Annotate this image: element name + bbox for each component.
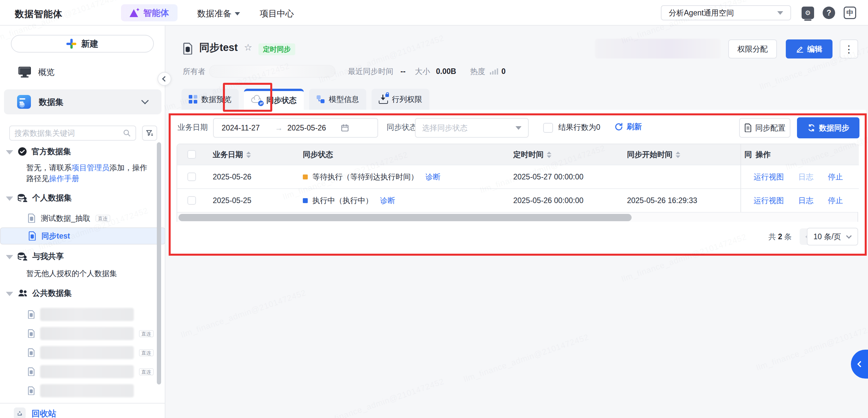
calendar-icon xyxy=(341,124,349,132)
stop-link[interactable]: 停止 xyxy=(828,195,843,206)
data-sync-button[interactable]: 数据同步 xyxy=(797,117,860,138)
sidebar-item-overview[interactable]: 概览 xyxy=(0,64,165,79)
dataset-doc-icon xyxy=(28,329,35,338)
stop-link[interactable]: 停止 xyxy=(828,172,843,182)
tree-group-public[interactable]: 公共数据集 xyxy=(0,287,165,299)
search-input[interactable] xyxy=(14,129,120,138)
sort-icon[interactable] xyxy=(246,152,251,158)
total-count: 共2条 xyxy=(768,232,792,242)
tree-item-sync-test[interactable]: 同步test xyxy=(0,227,165,245)
workspace-select[interactable]: 分析Agent通用空间 xyxy=(661,5,791,20)
expander-icon[interactable] xyxy=(6,255,13,259)
permission-button[interactable]: 权限分配 xyxy=(728,39,777,59)
sidebar-collapse-button[interactable] xyxy=(157,72,171,86)
search-icon xyxy=(123,129,131,137)
dataset-doc-icon xyxy=(28,310,35,319)
dataset-search[interactable] xyxy=(9,126,136,141)
row-checkbox[interactable] xyxy=(187,172,196,181)
tab-row-col-permission[interactable]: 行列权限 xyxy=(372,89,429,110)
chevron-down-icon xyxy=(142,97,149,104)
select-all-checkbox[interactable] xyxy=(187,150,196,159)
more-menu-button[interactable]: ⋮ xyxy=(840,39,858,59)
sidebar-item-recycle-bin[interactable]: 回收站 xyxy=(14,408,56,418)
tree-group-personal[interactable]: 个人数据集 xyxy=(0,192,165,204)
sidebar-item-dataset[interactable]: 数据集 xyxy=(4,89,161,115)
nav-item-project-center[interactable]: 项目中心 xyxy=(260,8,294,20)
dataset-doc-icon xyxy=(28,348,35,357)
new-button[interactable]: 新建 xyxy=(11,35,154,53)
status-text: 执行中（执行中） xyxy=(312,195,373,206)
tab-bar: 数据预览 ⇄ 同步状态 模型信息 行列权限 xyxy=(182,89,429,110)
link-project-admin[interactable]: 项目管理员 xyxy=(72,163,110,172)
zero-rows-checkbox[interactable] xyxy=(543,123,553,133)
chevron-left-icon xyxy=(162,76,168,82)
app-logo: 数据智能体 xyxy=(15,8,62,20)
sort-icon[interactable] xyxy=(547,152,551,158)
status-text: 等待执行（等待到达执行时间） xyxy=(312,172,418,182)
row-actions: 运行视图 日志 停止 xyxy=(741,165,859,188)
redacted-label xyxy=(40,327,134,340)
col-sync-status: 同步状态 xyxy=(295,150,502,160)
tree-item-blurred[interactable]: 直连 xyxy=(0,363,165,380)
console-icon[interactable]: ⚙ xyxy=(802,7,814,19)
log-link[interactable]: 日志 xyxy=(798,195,813,206)
signal-bars-icon xyxy=(490,68,498,74)
sync-config-button[interactable]: 同步配置 xyxy=(739,118,790,138)
scrollbar-thumb[interactable] xyxy=(179,214,631,221)
dataset-filter-button[interactable] xyxy=(142,126,157,141)
row-checkbox[interactable] xyxy=(187,196,196,205)
sidebar-scrollbar[interactable] xyxy=(157,142,161,384)
date-to-input[interactable] xyxy=(287,124,336,132)
sort-icon[interactable] xyxy=(676,152,680,158)
language-icon[interactable]: 中 xyxy=(844,7,856,19)
sync-status-select[interactable]: 选择同步状态 xyxy=(415,118,529,138)
horizontal-scrollbar[interactable] xyxy=(177,212,858,222)
nav-item-data-prep[interactable]: 数据准备 xyxy=(197,8,240,20)
expander-icon[interactable] xyxy=(6,150,13,155)
redacted-label xyxy=(40,365,134,378)
monitor-icon xyxy=(19,67,31,77)
diagnose-link[interactable]: 诊断 xyxy=(380,195,395,206)
log-link[interactable]: 日志 xyxy=(798,172,813,182)
last-sync-meta: 最近同步时间 -- xyxy=(348,65,405,77)
plus-icon xyxy=(66,39,76,49)
link-manual[interactable]: 操作手册 xyxy=(49,174,79,183)
refresh-link[interactable]: 刷新 xyxy=(614,122,642,132)
tree-item-blurred[interactable]: 直连 xyxy=(0,325,165,342)
expander-icon[interactable] xyxy=(6,196,13,201)
nav-item-agent[interactable]: ✦ 智能体 xyxy=(121,4,178,21)
right-drawer-handle[interactable] xyxy=(851,350,868,379)
database-person-icon xyxy=(18,252,28,261)
chevron-left-icon xyxy=(857,361,864,367)
redacted-label xyxy=(40,346,134,359)
date-range-picker[interactable]: → xyxy=(213,118,378,138)
verified-icon xyxy=(18,147,27,156)
tree-item-blurred[interactable] xyxy=(0,306,165,323)
col-biz-date[interactable]: 业务日期 xyxy=(206,150,295,160)
people-icon xyxy=(18,289,28,298)
arrow-right-icon: → xyxy=(275,123,283,132)
page-size-select[interactable]: 10 条/页 xyxy=(807,228,858,246)
col-schedule-time[interactable]: 定时时间 xyxy=(502,150,624,160)
favorite-star-icon[interactable]: ☆ xyxy=(244,42,252,53)
help-icon[interactable]: ? xyxy=(823,7,835,19)
edit-button[interactable]: 编辑 xyxy=(786,39,833,59)
tree-item-test-dataset[interactable]: 测试数据_抽取 直连 xyxy=(0,210,165,227)
status-square-icon xyxy=(303,198,308,203)
run-view-link[interactable]: 运行视图 xyxy=(753,195,784,206)
dataset-doc-icon xyxy=(28,386,35,395)
run-view-link[interactable]: 运行视图 xyxy=(753,172,784,182)
watermark: llm_finance_admin@2101472452 xyxy=(462,332,590,384)
tree-item-blurred[interactable]: 直连 xyxy=(0,344,165,361)
col-sync-start-time[interactable]: 同步开始时间 xyxy=(624,150,745,160)
diagnose-link[interactable]: 诊断 xyxy=(426,172,441,182)
chevron-down-icon xyxy=(516,126,522,130)
tree-group-official[interactable]: 官方数据集 xyxy=(0,146,165,157)
date-from-input[interactable] xyxy=(222,124,270,132)
tree-item-blurred[interactable] xyxy=(0,382,165,399)
tab-model-info[interactable]: 模型信息 xyxy=(309,89,366,110)
scheduled-sync-badge: 定时同步 xyxy=(258,43,295,55)
expander-icon[interactable] xyxy=(6,292,13,296)
redacted-owner-value xyxy=(209,65,335,77)
tree-group-shared[interactable]: 与我共享 xyxy=(0,250,165,262)
